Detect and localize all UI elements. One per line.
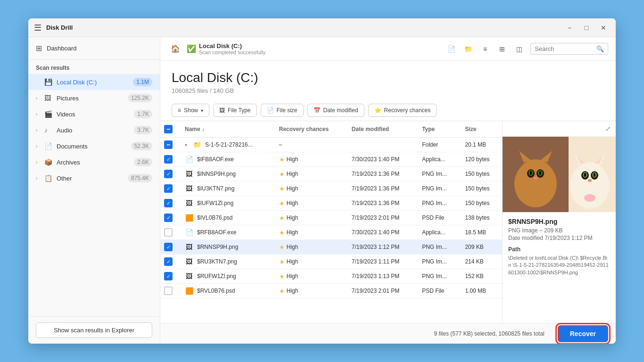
row-checkbox[interactable] bbox=[164, 257, 173, 266]
sidebar-item-label: Audio bbox=[57, 127, 134, 134]
row-checkbox[interactable] bbox=[164, 287, 173, 295]
table-row: 📄$IFB8AOF.exe ★High 7/30/2023 1:40 PM Ap… bbox=[160, 152, 502, 167]
preview-expand-button[interactable]: ⤢ bbox=[605, 125, 611, 132]
row-checkbox[interactable] bbox=[164, 170, 173, 178]
maximize-button[interactable]: □ bbox=[580, 21, 593, 34]
svg-point-26 bbox=[584, 194, 595, 202]
png-icon: 🖼 bbox=[185, 258, 193, 265]
list-view-button[interactable]: ≡ bbox=[478, 41, 493, 57]
png-icon: 🖼 bbox=[185, 199, 193, 207]
menu-icon[interactable]: ☰ bbox=[34, 23, 41, 33]
show-scan-results-button[interactable]: Show scan results in Explorer bbox=[36, 322, 152, 338]
row-type: PSD File bbox=[416, 211, 459, 225]
row-checkbox[interactable] bbox=[164, 184, 173, 193]
svg-point-3 bbox=[519, 159, 552, 189]
row-checkbox[interactable] bbox=[164, 272, 173, 280]
sidebar-item-count: 125.2K bbox=[128, 94, 152, 102]
file-type-filter-button[interactable]: 🖼 File Type bbox=[213, 104, 256, 117]
search-input[interactable] bbox=[535, 45, 594, 52]
sidebar-item-local-disk[interactable]: 💾 Local Disk (C:) 1.1M bbox=[28, 74, 160, 90]
star-icon: ★ bbox=[279, 288, 285, 295]
sidebar-item-archives[interactable]: › 📦 Archives 2.6K bbox=[28, 154, 160, 170]
search-icon: 🔍 bbox=[596, 45, 604, 52]
row-size: 20.1 MB bbox=[459, 138, 502, 152]
svg-point-23 bbox=[584, 173, 586, 177]
calendar-icon: 📅 bbox=[314, 107, 321, 114]
row-size: 214 KB bbox=[459, 255, 502, 269]
header-type[interactable]: Type bbox=[416, 121, 459, 138]
row-size: 150 bytes bbox=[459, 196, 502, 211]
row-filename: $RNNSP9H.png bbox=[197, 244, 238, 250]
file-list: Name ↓ Recovery chances Date modified Ty… bbox=[160, 121, 503, 323]
star-icon: ★ bbox=[279, 171, 285, 178]
header-recovery[interactable]: Recovery chances bbox=[273, 121, 346, 138]
row-checkbox[interactable] bbox=[164, 228, 173, 237]
show-filter-button[interactable]: ≡ Show ▾ bbox=[172, 104, 209, 117]
row-type: PNG Im... bbox=[416, 255, 459, 269]
disk-icon: 💾 bbox=[44, 78, 53, 86]
folder-view-button[interactable]: 📁 bbox=[461, 41, 476, 57]
split-view-button[interactable]: ◫ bbox=[512, 41, 527, 57]
sidebar-item-count: 3.7K bbox=[134, 126, 152, 134]
table-row: ▾ 📁 S-1-5-21-278216... – Folder 20.1 MB bbox=[160, 138, 502, 152]
header-name[interactable]: Name ↓ bbox=[179, 121, 273, 138]
row-filename: $IUFW1Zl.png bbox=[197, 200, 233, 206]
row-checkbox[interactable] bbox=[164, 214, 173, 222]
table-row: 🖼$IU3KTN7.png ★High 7/19/2023 1:36 PM PN… bbox=[160, 181, 502, 196]
row-size: 150 bytes bbox=[459, 167, 502, 181]
svg-point-11 bbox=[539, 171, 541, 175]
row-checkbox[interactable] bbox=[164, 140, 173, 149]
row-size: 209 KB bbox=[459, 240, 502, 255]
folder-expand-icon[interactable]: ▾ bbox=[185, 142, 187, 148]
row-checkbox[interactable] bbox=[164, 199, 173, 207]
row-filename: $RVL0B76.psd bbox=[197, 288, 235, 294]
header-date[interactable]: Date modified bbox=[346, 121, 416, 138]
table-row: 🖼$INNSP9H.png ★High 7/19/2023 1:36 PM PN… bbox=[160, 167, 502, 181]
expand-arrow-icon: › bbox=[36, 176, 41, 181]
close-button[interactable]: ✕ bbox=[597, 21, 610, 34]
search-box: 🔍 bbox=[530, 43, 608, 55]
grid-view-button[interactable]: ⊞ bbox=[495, 41, 510, 57]
date-modified-filter-button[interactable]: 📅 Date modified bbox=[307, 104, 364, 117]
svg-point-10 bbox=[530, 171, 532, 175]
sidebar-item-audio[interactable]: › ♪ Audio 3.7K bbox=[28, 122, 160, 138]
sidebar-item-documents[interactable]: › 📄 Documents 52.3K bbox=[28, 138, 160, 154]
toolbar-disk-title: Local Disk (C:) bbox=[199, 42, 265, 49]
star-icon: ★ bbox=[279, 258, 285, 265]
table-header: Name ↓ Recovery chances Date modified Ty… bbox=[160, 121, 502, 138]
row-checkbox[interactable] bbox=[164, 155, 173, 164]
sidebar-item-count: 875.4K bbox=[128, 174, 152, 182]
sidebar-item-pictures[interactable]: › 🖼 Pictures 125.2K bbox=[28, 90, 160, 106]
header-size[interactable]: Size bbox=[459, 121, 502, 138]
sidebar-dashboard[interactable]: ⊞ Dashboard bbox=[28, 37, 160, 60]
file-size-filter-button[interactable]: 📄 File size bbox=[261, 104, 304, 117]
window-body: ⊞ Dashboard Scan results 💾 Local Disk (C… bbox=[28, 37, 616, 344]
sidebar-item-label: Documents bbox=[57, 143, 131, 150]
recover-button[interactable]: Recover bbox=[558, 325, 608, 342]
sidebar-item-count: 1.7K bbox=[134, 110, 152, 118]
sidebar-item-label: Local Disk (C:) bbox=[57, 79, 133, 86]
sidebar-item-other[interactable]: › 📋 Other 875.4K bbox=[28, 170, 160, 186]
star-icon: ★ bbox=[279, 244, 285, 251]
table-body: ▾ 📁 S-1-5-21-278216... – Folder 20.1 MB bbox=[160, 138, 502, 298]
recovery-chances-filter-button[interactable]: ⭐ Recovery chances bbox=[368, 104, 437, 117]
row-recovery: – bbox=[273, 138, 346, 152]
psd-icon: 🟧 bbox=[185, 214, 193, 222]
preview-header: ⤢ bbox=[503, 121, 616, 137]
grid-icon: ⊞ bbox=[36, 44, 42, 53]
file-table: Name ↓ Recovery chances Date modified Ty… bbox=[160, 121, 502, 298]
sidebar-item-label: Pictures bbox=[57, 95, 128, 102]
document-view-button[interactable]: 📄 bbox=[444, 41, 459, 57]
row-checkbox[interactable] bbox=[164, 243, 173, 251]
minimize-button[interactable]: − bbox=[563, 21, 576, 34]
sidebar-item-videos[interactable]: › 🎬 Videos 1.7K bbox=[28, 106, 160, 122]
recovery-chances-label: Recovery chances bbox=[384, 107, 431, 114]
row-type: Applica... bbox=[416, 225, 459, 240]
home-button[interactable]: 🏠 bbox=[168, 41, 183, 57]
row-filename: $RU3KTN7.png bbox=[197, 258, 237, 265]
star-icon: ★ bbox=[279, 185, 285, 192]
row-type: Applica... bbox=[416, 152, 459, 167]
pictures-icon: 🖼 bbox=[44, 94, 53, 102]
select-all-checkbox[interactable] bbox=[164, 125, 173, 133]
row-date: 7/30/2023 1:40 PM bbox=[346, 225, 416, 240]
